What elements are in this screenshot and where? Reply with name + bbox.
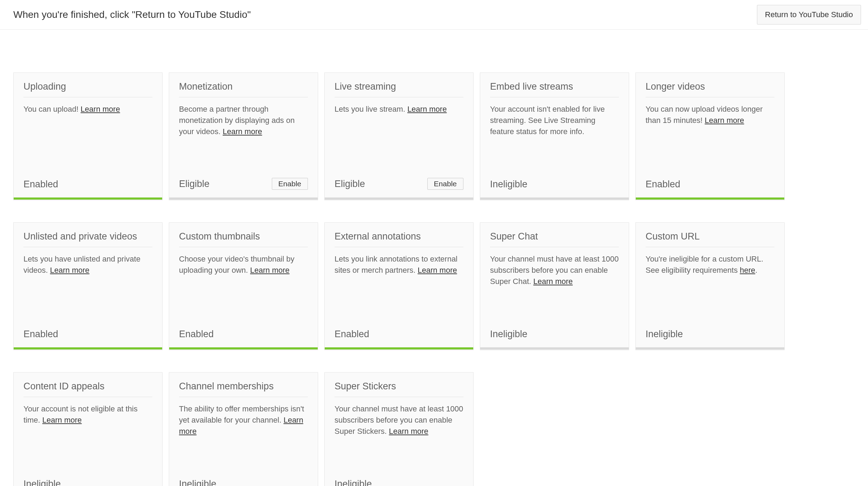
feature-card-custom-url: Custom URLYou're ineligible for a custom… [635, 222, 785, 350]
status-label: Enabled [646, 179, 680, 190]
feature-card-super-chat: Super ChatYour channel must have at leas… [480, 222, 629, 350]
card-body: Custom thumbnailsChoose your video's thu… [169, 223, 318, 329]
status-bar [480, 197, 629, 200]
status-label: Ineligible [490, 179, 528, 190]
card-body: Super ChatYour channel must have at leas… [480, 223, 629, 329]
features-grid: UploadingYou can upload! Learn moreEnabl… [0, 30, 868, 486]
learn-more-link[interactable]: Learn more [223, 127, 262, 136]
card-title: Embed live streams [490, 81, 619, 97]
status-bar [325, 347, 473, 349]
card-description: Lets you link annotations to external si… [335, 254, 463, 329]
card-footer: Enabled [169, 329, 318, 347]
status-label: Enabled [23, 179, 58, 190]
card-footer: Ineligible [14, 479, 162, 486]
card-footer: Ineligible [636, 329, 784, 347]
learn-more-link[interactable]: Learn more [50, 266, 90, 275]
card-title: External annotations [335, 231, 463, 247]
learn-more-link[interactable]: Learn more [407, 105, 447, 113]
card-title: Super Chat [490, 231, 619, 247]
feature-card-external-annotations: External annotationsLets you link annota… [324, 222, 474, 350]
card-title: Content ID appeals [23, 381, 152, 397]
feature-card-content-id-appeals: Content ID appealsYour account is not el… [13, 372, 163, 486]
card-title: Custom thumbnails [179, 231, 308, 247]
card-desc-text: Your account isn't enabled for live stre… [490, 105, 605, 136]
card-description: Your channel must have at least 1000 sub… [335, 403, 463, 479]
here-link[interactable]: here [740, 266, 755, 275]
learn-more-link[interactable]: Learn more [418, 266, 457, 275]
feature-card-super-stickers: Super StickersYour channel must have at … [324, 372, 474, 486]
card-footer: Ineligible [325, 479, 473, 486]
card-description: You're ineligible for a custom URL. See … [646, 254, 774, 329]
status-bar [325, 197, 473, 200]
card-footer: Ineligible [480, 329, 629, 347]
card-body: Unlisted and private videosLets you have… [14, 223, 162, 329]
status-bar [14, 347, 162, 349]
status-bar [636, 347, 784, 349]
status-bar [169, 347, 318, 349]
feature-card-monetization: MonetizationBecome a partner through mon… [169, 72, 318, 200]
status-label: Ineligible [490, 329, 528, 340]
card-desc-suffix: . [755, 266, 757, 275]
feature-card-live-streaming: Live streamingLets you live stream. Lear… [324, 72, 474, 200]
feature-card-uploading: UploadingYou can upload! Learn moreEnabl… [13, 72, 163, 200]
status-label: Ineligible [179, 479, 216, 486]
card-body: External annotationsLets you link annota… [325, 223, 473, 329]
card-description: Lets you have unlisted and private video… [23, 254, 152, 329]
card-description: The ability to offer memberships isn't y… [179, 403, 308, 479]
enable-button[interactable]: Enable [272, 178, 308, 190]
card-footer: EligibleEnable [169, 178, 318, 197]
card-body: Custom URLYou're ineligible for a custom… [636, 223, 784, 329]
status-label: Ineligible [23, 479, 61, 486]
status-bar [14, 197, 162, 200]
feature-card-unlisted-private: Unlisted and private videosLets you have… [13, 222, 163, 350]
card-title: Custom URL [646, 231, 774, 247]
card-description: Lets you live stream. Learn more [335, 104, 463, 178]
card-description: Become a partner through monetization by… [179, 104, 308, 178]
card-body: UploadingYou can upload! Learn more [14, 73, 162, 179]
status-label: Ineligible [335, 479, 372, 486]
card-title: Channel memberships [179, 381, 308, 397]
feature-card-longer-videos: Longer videosYou can now upload videos l… [635, 72, 785, 200]
learn-more-link[interactable]: Learn more [705, 116, 744, 125]
status-bar [480, 347, 629, 349]
card-desc-text: Lets you live stream. [335, 105, 407, 113]
card-title: Live streaming [335, 81, 463, 97]
card-body: Longer videosYou can now upload videos l… [636, 73, 784, 179]
status-bar [169, 197, 318, 200]
status-label: Eligible [179, 179, 209, 189]
card-description: Choose your video's thumbnail by uploadi… [179, 254, 308, 329]
status-label: Enabled [335, 329, 369, 340]
learn-more-link[interactable]: Learn more [533, 277, 573, 286]
card-title: Monetization [179, 81, 308, 97]
card-body: Channel membershipsThe ability to offer … [169, 373, 318, 479]
status-label: Eligible [335, 179, 365, 189]
card-footer: Enabled [325, 329, 473, 347]
card-desc-text: You can upload! [23, 105, 81, 113]
card-body: Content ID appealsYour account is not el… [14, 373, 162, 479]
status-label: Enabled [179, 329, 214, 340]
card-title: Super Stickers [335, 381, 463, 397]
learn-more-link[interactable]: Learn more [250, 266, 290, 275]
return-to-studio-button[interactable]: Return to YouTube Studio [757, 5, 861, 25]
feature-card-embed-live-streams: Embed live streamsYour account isn't ena… [480, 72, 629, 200]
learn-more-link[interactable]: Learn more [389, 427, 428, 436]
card-body: Live streamingLets you live stream. Lear… [325, 73, 473, 178]
learn-more-link[interactable]: Learn more [81, 105, 120, 113]
enable-button[interactable]: Enable [427, 178, 463, 190]
status-bar [636, 197, 784, 200]
card-description: You can upload! Learn more [23, 104, 152, 179]
card-footer: Enabled [14, 329, 162, 347]
page-title: When you're finished, click "Return to Y… [13, 9, 251, 20]
card-title: Uploading [23, 81, 152, 97]
card-description: Your account isn't enabled for live stre… [490, 104, 619, 179]
card-footer: EligibleEnable [325, 178, 473, 197]
card-footer: Ineligible [169, 479, 318, 486]
page-header: When you're finished, click "Return to Y… [0, 0, 868, 30]
card-footer: Ineligible [480, 179, 629, 197]
card-description: You can now upload videos longer than 15… [646, 104, 774, 179]
feature-card-custom-thumbnails: Custom thumbnailsChoose your video's thu… [169, 222, 318, 350]
card-body: Super StickersYour channel must have at … [325, 373, 473, 479]
card-title: Longer videos [646, 81, 774, 97]
learn-more-link[interactable]: Learn more [42, 416, 82, 424]
feature-card-channel-memberships: Channel membershipsThe ability to offer … [169, 372, 318, 486]
